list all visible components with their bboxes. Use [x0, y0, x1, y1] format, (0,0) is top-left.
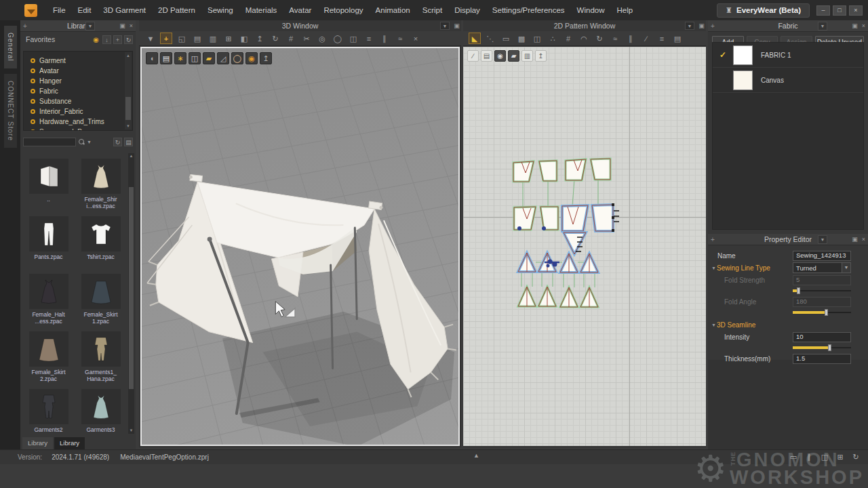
2d-tool-button[interactable]: ▩: [515, 33, 528, 44]
library-category-item[interactable]: Garment: [31, 56, 132, 66]
library-tab[interactable]: Library: [22, 437, 53, 449]
library-category-item[interactable]: Fabric: [31, 86, 132, 96]
asset-item[interactable]: Garments3: [75, 389, 126, 434]
collapse-caret-icon[interactable]: ▼: [711, 323, 717, 327]
3d-display-toggle-icon[interactable]: ∗: [174, 52, 186, 64]
2d-display-toggle-icon[interactable]: ▰: [508, 50, 519, 62]
3d-display-toggle-icon[interactable]: ◯: [231, 52, 243, 64]
intensity-input[interactable]: 10: [793, 332, 851, 342]
3d-display-toggle-icon[interactable]: ◖: [146, 52, 158, 64]
asset-item[interactable]: Garments2: [23, 389, 74, 434]
menu-item[interactable]: Retopology: [317, 0, 369, 20]
3d-tool-button[interactable]: ▥: [207, 33, 219, 44]
everywear-button[interactable]: ♜ EveryWear (Beta): [717, 3, 810, 18]
3d-tool-button[interactable]: ▼: [144, 33, 157, 44]
panel-pin-icon[interactable]: +: [708, 22, 717, 30]
2d-tool-button[interactable]: ∥: [625, 33, 637, 44]
panel-pin-icon[interactable]: +: [20, 22, 30, 30]
collapse-caret-icon[interactable]: ▼: [711, 266, 717, 270]
scrollbar-thumb[interactable]: [129, 187, 134, 389]
fabric-row[interactable]: ✓ Canvas: [713, 68, 863, 93]
3d-tool-button[interactable]: ⊞: [222, 33, 235, 44]
fold-strength-slider[interactable]: [793, 287, 851, 294]
menu-item[interactable]: File: [47, 0, 72, 20]
2d-display-toggle-icon[interactable]: ∕: [467, 50, 479, 62]
asset-item[interactable]: ..: [23, 159, 74, 216]
float-window-icon[interactable]: ▣: [452, 22, 461, 29]
close-panel-icon[interactable]: ×: [859, 22, 868, 29]
2d-display-toggle-icon[interactable]: ▥: [521, 50, 533, 62]
2d-tool-button[interactable]: ∕: [640, 33, 652, 44]
favorites-tool-icon[interactable]: ↓: [102, 35, 111, 44]
3d-tool-button[interactable]: +: [160, 33, 172, 44]
window-control-button[interactable]: –: [816, 5, 830, 16]
menu-item[interactable]: Window: [571, 0, 611, 20]
scrollbar-thumb[interactable]: [125, 97, 131, 120]
scroll-up-icon[interactable]: ▲: [128, 153, 134, 159]
3d-tool-button[interactable]: ↻: [269, 33, 281, 44]
2d-display-toggle-icon[interactable]: ↥: [535, 50, 547, 62]
2d-tool-button[interactable]: ◣: [469, 33, 481, 44]
statusbar-tool-icon[interactable]: ↻: [850, 451, 861, 462]
asset-item[interactable]: Pants.zpac: [23, 216, 74, 274]
3d-tool-button[interactable]: ◯: [332, 33, 344, 44]
3d-display-toggle-icon[interactable]: ▰: [203, 52, 215, 64]
menu-item[interactable]: Animation: [370, 0, 416, 20]
3d-tool-button[interactable]: ◫: [347, 33, 359, 44]
scroll-up-icon[interactable]: ▲: [125, 52, 132, 59]
library-category-item[interactable]: Hardware_and_Trims: [31, 117, 132, 127]
chevron-down-icon[interactable]: ▼: [818, 22, 827, 30]
collapse-panel-icon[interactable]: ▲: [473, 452, 479, 459]
menu-item[interactable]: Avatar: [283, 0, 317, 20]
float-panel-icon[interactable]: ▣: [850, 22, 859, 29]
library-tab[interactable]: Library: [54, 437, 85, 449]
favorites-tool-icon[interactable]: ◉: [92, 35, 100, 44]
3d-tool-button[interactable]: ▤: [191, 33, 203, 44]
2d-display-toggle-icon[interactable]: ◉: [494, 50, 506, 62]
menu-item[interactable]: Edit: [72, 0, 98, 20]
2d-pattern-canvas[interactable]: ∕ ▤ ◉ ▰ ▥ ↥: [463, 47, 706, 446]
menu-item[interactable]: Help: [611, 0, 639, 20]
asset-scrollbar[interactable]: ▲ ▼: [128, 153, 134, 434]
2d-tool-button[interactable]: ▤: [671, 33, 684, 44]
search-icon[interactable]: [78, 138, 85, 145]
library-category-item[interactable]: Avatar: [31, 66, 132, 76]
library-category-item[interactable]: Substance: [31, 96, 132, 106]
chevron-down-icon[interactable]: ▼: [842, 263, 850, 272]
sewing-line-type-select[interactable]: Turned ▼: [793, 262, 851, 273]
asset-item[interactable]: Female_Halt ...ess.zpac: [23, 274, 74, 331]
3d-display-toggle-icon[interactable]: ↥: [260, 52, 272, 64]
menu-item[interactable]: Display: [448, 0, 486, 20]
2d-tool-button[interactable]: ⋱: [484, 33, 496, 44]
asset-item[interactable]: Female_Skirt 2.zpac: [23, 331, 74, 389]
statusbar-tool-icon[interactable]: ◫: [819, 451, 830, 462]
chevron-down-icon[interactable]: ▼: [685, 22, 694, 30]
statusbar-tool-icon[interactable]: ▭: [788, 451, 799, 462]
thickness-input[interactable]: 1.5: [793, 354, 851, 364]
favorites-tool-icon[interactable]: +: [113, 35, 122, 44]
3d-tool-button[interactable]: ↥: [254, 33, 266, 44]
menu-item[interactable]: Settings/Preferences: [486, 0, 571, 20]
asset-item[interactable]: Tshirt.zpac: [75, 216, 126, 274]
2d-tool-button[interactable]: ↻: [593, 33, 606, 44]
2d-tool-button[interactable]: ◠: [578, 33, 590, 44]
menu-item[interactable]: 2D Pattern: [152, 0, 201, 20]
close-panel-icon[interactable]: ×: [859, 236, 868, 243]
library-category-item[interactable]: Scene_and_Props: [31, 127, 132, 131]
3d-tool-button[interactable]: ×: [410, 33, 422, 44]
dock-tab-general[interactable]: General: [4, 26, 17, 68]
3d-display-toggle-icon[interactable]: ◫: [189, 52, 201, 64]
3d-tool-button[interactable]: ◱: [176, 33, 188, 44]
library-view-tool-icon[interactable]: ↻: [113, 138, 122, 146]
library-view-tool-icon[interactable]: ▤: [124, 138, 133, 146]
chevron-down-icon[interactable]: ▼: [440, 22, 450, 30]
2d-tool-button[interactable]: ◫: [531, 33, 543, 44]
window-control-button[interactable]: □: [833, 5, 846, 16]
category-scrollbar[interactable]: ▲ ▼: [125, 52, 132, 129]
sewing-name-input[interactable]: Sewing_1424913: [793, 251, 851, 261]
fabric-row[interactable]: ✓ FABRIC 1: [713, 43, 863, 68]
float-panel-icon[interactable]: ▣: [850, 236, 859, 243]
asset-item[interactable]: Female_Skirt 1.zpac: [75, 274, 126, 331]
3d-viewport-canvas[interactable]: ◖ ▤ ∗ ◫ ▰ ◿ ◯ ◉ ↥: [140, 47, 460, 446]
3d-display-toggle-icon[interactable]: ◿: [217, 52, 229, 64]
